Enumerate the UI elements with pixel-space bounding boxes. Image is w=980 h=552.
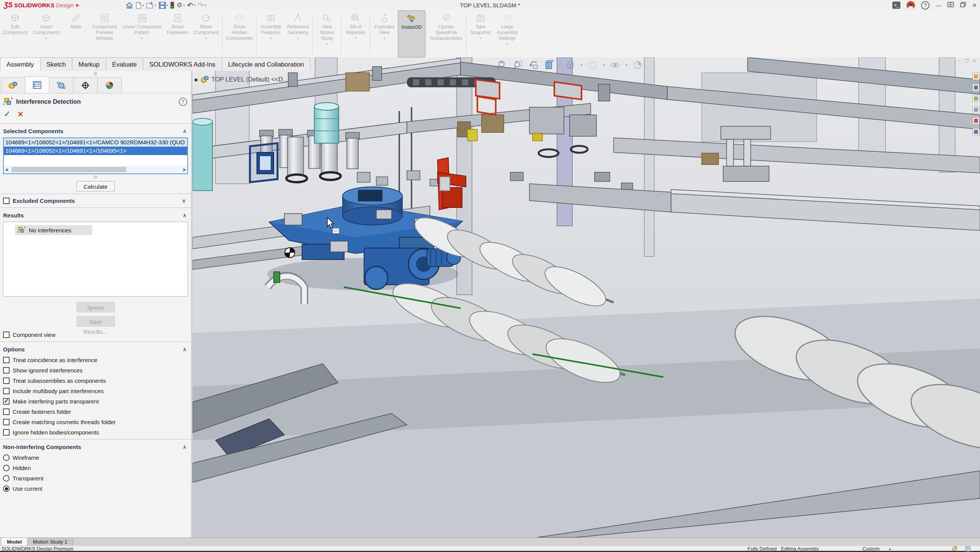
option-checkbox[interactable] [3,429,10,436]
units-dropdown-arrow-icon[interactable]: ▲ [888,547,892,551]
scroll-right-arrow[interactable]: > [181,167,187,173]
result-item-no-interferences[interactable]: No Interferences [15,225,92,235]
option-row[interactable]: Treat coincidence as interference [0,355,191,365]
help-button[interactable]: ? [921,1,929,10]
edit-appearance-icon[interactable] [632,60,643,70]
option-row[interactable]: Make interfering parts transparent [0,396,191,407]
tab-sketch[interactable]: Sketch [40,57,72,71]
doc-minimize-icon[interactable]: ─ [957,58,961,64]
tag-icon[interactable] [952,546,957,552]
radio-row-hidden[interactable]: Hidden [0,463,191,473]
zoom-to-fit-icon[interactable] [497,60,508,70]
ribbon-button-linear-component-pattern[interactable]: Linear ComponentPattern [119,10,164,57]
selected-component-row[interactable]: 104689<1>/106052<1>/104691<1>/CAMCO 902R… [4,138,187,147]
view-orientation-icon[interactable] [565,60,576,70]
ribbon-button-update-speedpak[interactable]: UpdateSpeedPakSubassemblies [427,10,465,57]
ribbon-button-exploded-view[interactable]: ExplodedView [371,10,398,57]
tab-dimxpert-manager[interactable] [73,77,98,93]
scrollbar-thumb[interactable] [11,167,126,172]
breadcrumb[interactable]: TOP LEVEL (Default) <<D... [211,76,288,83]
tab-solidworks-add-ins[interactable]: SOLIDWORKS Add-Ins [143,57,222,71]
previous-view-icon[interactable] [528,60,539,70]
restore-button[interactable] [960,2,966,8]
task-pane-explorer-icon[interactable] [972,95,980,102]
assembly-3d-viewport[interactable]: ▶ TOP LEVEL (Default) <<D... ▾ ▾ ▾ ─ ❐ ✕ [193,57,980,537]
radio-row-wireframe[interactable]: Wireframe [0,452,191,463]
ribbon-button-move-component[interactable]: MoveComponent [191,10,221,57]
use-current-radio[interactable] [3,485,10,492]
option-checkbox[interactable] [3,408,10,415]
split-view-button[interactable] [947,2,954,8]
open-document-button[interactable]: ▾ [146,2,157,9]
radio-row-transparent[interactable]: Transparent [0,473,191,483]
task-pane-resources-icon[interactable] [972,73,980,80]
tab-assembly[interactable]: Assembly [0,57,41,71]
excluded-components-checkbox[interactable] [3,198,10,204]
ribbon-button-assembly-features[interactable]: AssemblyFeatures [257,10,284,57]
task-pane-custom-props-icon[interactable] [972,128,980,136]
ribbon-button-bill-of-materials[interactable]: Bill ofMaterials [342,10,369,57]
ribbon-button-reference-geometry[interactable]: ReferenceGeometry [284,10,312,57]
new-document-button[interactable]: ▾ [136,2,144,9]
ignore-button[interactable]: Ignore [77,302,115,312]
option-checkbox[interactable] [3,398,10,405]
doc-close-icon[interactable]: ✕ [972,58,976,64]
ribbon-button-show-hidden-components[interactable]: ShowHiddenComponents [223,10,256,57]
user-avatar[interactable] [906,1,915,10]
tab-evaluate[interactable]: Evaluate [106,57,143,71]
collapse-chevron-icon[interactable]: ∧ [183,128,186,134]
save-results-button[interactable]: Save Results... [77,316,115,327]
calculate-button[interactable]: Calculate [77,181,115,191]
panel-resize-handle[interactable] [94,72,97,75]
interference-status-light-icon[interactable] [170,2,174,9]
options-gear-button[interactable]: ⚙▾ [176,1,185,9]
tab-model[interactable]: Model [2,538,28,546]
option-row[interactable]: Create fasteners folder [0,407,191,417]
display-style-icon[interactable] [588,60,598,70]
hide-show-items-icon[interactable] [610,60,621,70]
ribbon-button-new-motion-study[interactable]: NewMotionStudy [314,10,340,57]
task-pane-appearances-icon[interactable] [972,117,980,124]
radio-row-use-current[interactable]: Use current [0,483,191,494]
home-button[interactable] [126,2,133,9]
collapse-chevron-icon[interactable]: ∧ [183,346,186,352]
menu-expand-arrow-icon[interactable]: ▶ [76,3,79,8]
cancel-button[interactable]: ✕ [18,110,24,119]
expand-chevron-icon[interactable]: ∨ [182,198,186,204]
ribbon-button-insert-components[interactable]: InsertComponents [30,10,63,57]
ribbon-button-large-assembly-settings[interactable]: LargeAssemblySettings [494,10,521,57]
scroll-left-arrow[interactable]: < [4,167,10,173]
option-checkbox[interactable] [3,377,10,384]
excluded-components-header[interactable]: Excluded Components ∨ [0,196,191,206]
redo-button[interactable]: ↷▾ [198,1,206,10]
option-checkbox[interactable] [3,388,10,394]
minimize-button[interactable]: — [936,2,941,8]
collapse-chevron-icon[interactable]: ∧ [183,212,186,218]
results-list[interactable]: No Interferences [3,222,188,297]
results-header[interactable]: Results ∧ [0,209,191,221]
non-interfering-components-header[interactable]: Non-interfering Components ∧ [0,441,191,452]
tab-markup[interactable]: Markup [72,57,106,71]
group-resize-handle[interactable] [94,175,97,179]
ok-button[interactable]: ✓ [4,109,11,119]
tab-motion-study-1[interactable]: Motion Study 1 [28,538,73,546]
transparent-radio[interactable] [3,475,10,482]
option-row[interactable]: Show ignored interferences [0,365,191,376]
task-pane-library-icon[interactable] [972,84,980,91]
flyout-expand-arrow-icon[interactable]: ▶ [195,77,198,82]
option-row[interactable]: Include multibody part interferences [0,386,191,396]
option-row[interactable]: Create matching cosmetic threads folder [0,417,191,427]
tab-display-manager[interactable] [97,77,122,93]
close-button[interactable]: ✕ [972,2,977,9]
ribbon-button-take-snapshot[interactable]: TakeSnapshot [467,10,494,57]
undo-button[interactable]: ↶▾ [187,1,196,10]
option-checkbox[interactable] [3,419,10,425]
ribbon-button-component-preview-window[interactable]: ComponentPreviewWindow [90,10,120,57]
doc-restore-icon[interactable]: ❐ [964,58,969,64]
option-row[interactable]: Treat subassemblies as components [0,376,191,386]
list-horizontal-scrollbar[interactable]: < > [4,166,187,173]
selected-components-list[interactable]: 104689<1>/106052<1>/104691<1>/CAMCO 902R… [3,137,188,174]
options-header[interactable]: Options ∧ [0,343,191,355]
feature-tree-flyout[interactable]: ▶ TOP LEVEL (Default) <<D... [195,76,288,83]
custom-properties-icon[interactable] [965,546,970,552]
